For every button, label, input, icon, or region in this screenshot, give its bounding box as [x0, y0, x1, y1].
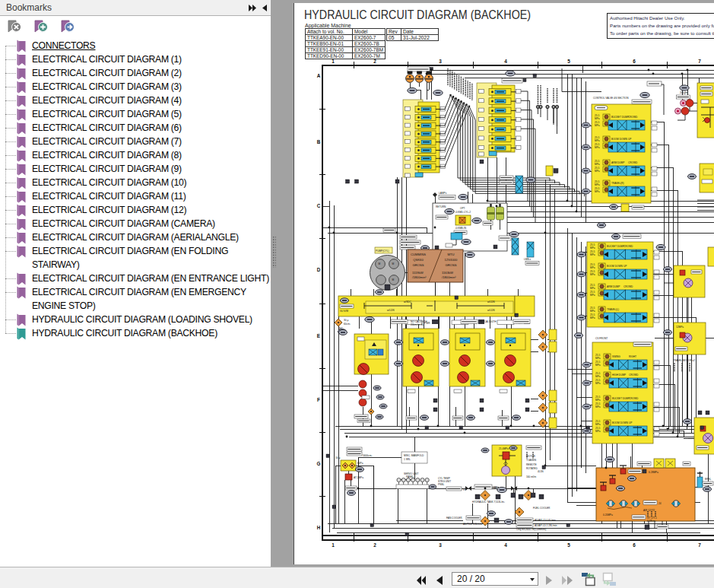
bookmark-label[interactable]: ELECTRICAL CIRCUIT DIAGRAM (AERIALANGLE): [32, 230, 239, 244]
bookmark-item[interactable]: ELECTRICAL CIRCUIT DIAGRAM (9): [0, 162, 271, 176]
bookmark-item[interactable]: CONNECTORS: [0, 39, 271, 52]
rev-header: Rev: [387, 29, 401, 35]
svg-text:BOOM DOWN: BOOM DOWN: [607, 265, 623, 268]
rev-table: RevDate0531-Jul-2022: [386, 28, 439, 41]
bookmark-item[interactable]: HYDRAULIC CIRCUIT DIAGRAM (LOADING SHOVE…: [0, 313, 271, 326]
bookmark-label[interactable]: ELECTRICAL CIRCUIT DIAGRAM (3): [32, 80, 182, 94]
previous-view-button[interactable]: [581, 572, 596, 588]
machine-table-row: TTKEA90-EN-00EX2600-7: [306, 35, 386, 41]
tree-dots: [5, 46, 16, 47]
bookmark-label[interactable]: ELECTRICAL CIRCUIT DIAGRAM (10): [32, 176, 186, 189]
svg-text:PNSL: PNSL: [438, 483, 445, 486]
bookmark-label[interactable]: CONNECTORS: [32, 39, 95, 52]
tree-dots: [5, 224, 16, 225]
bookmark-icon: [16, 313, 26, 326]
bookmark-item[interactable]: ELECTRICAL CIRCUIT DIAGRAM (EN ENTRANCE …: [0, 272, 271, 285]
bookmarks-panel-header: Bookmarks: [0, 0, 271, 16]
add-bookmark-icon[interactable]: [33, 20, 49, 35]
svg-text:LAMPx: LAMPx: [439, 192, 447, 195]
svg-text:BOOM DOWN: BOOM DOWN: [612, 421, 628, 424]
expand-options-icon[interactable]: [246, 2, 259, 14]
bookmark-label[interactable]: ELECTRICAL CIRCUIT DIAGRAM (7): [32, 135, 182, 148]
bookmark-item[interactable]: ELECTRICAL CIRCUIT DIAGRAM (EN FOLDING S…: [0, 244, 271, 272]
svg-text:RIGHT: RIGHT: [629, 355, 636, 358]
bookmark-label[interactable]: HYDRAULIC CIRCUIT DIAGRAM (LOADING SHOVE…: [32, 313, 252, 326]
svg-text:20kgfm: 20kgfm: [680, 91, 688, 94]
tree-dots: [5, 319, 16, 321]
bookmark-item[interactable]: ELECTRICAL CIRCUIT DIAGRAM (8): [0, 148, 271, 162]
bookmark-item[interactable]: ELECTRICAL CIRCUIT DIAGRAM (10): [0, 176, 271, 189]
svg-text:FAN COOLER: FAN COOLER: [446, 516, 462, 520]
bookmark-item[interactable]: ELECTRICAL CIRCUIT DIAGRAM (EN EMERGENCY…: [0, 285, 271, 313]
svg-text:A: A: [317, 73, 321, 78]
svg-text:1 SRL: 1 SRL: [404, 458, 411, 461]
svg-text:CUMMINS: CUMMINS: [411, 253, 426, 256]
last-page-button[interactable]: [561, 574, 573, 588]
bookmark-item[interactable]: ELECTRICAL CIRCUIT DIAGRAM (1): [0, 52, 271, 66]
svg-text:MPa: MPa: [590, 310, 595, 313]
hydraulic-tank-row: G C2 HYDRAULIC TANK 7,513L/m³: [446, 485, 544, 504]
next-page-button[interactable]: [545, 574, 552, 588]
svg-text:4: 4: [504, 59, 507, 64]
bookmark-label[interactable]: ELECTRICAL CIRCUIT DIAGRAM (EN EMERGENCY…: [32, 285, 271, 313]
splitter-grip-icon[interactable]: [272, 236, 276, 268]
svg-text:6: 6: [633, 59, 636, 64]
bookmark-label[interactable]: ELECTRICAL CIRCUIT DIAGRAM (EN FOLDING S…: [32, 244, 271, 272]
fuel-cooler: FUEL COOLER AD/AP-LD 0.6L/min AD/AP-LD 2…: [505, 493, 557, 531]
page-dropdown-caret-icon[interactable]: [530, 578, 535, 581]
svg-text:LMB-x: LMB-x: [524, 258, 532, 261]
bookmark-label[interactable]: ELECTRICAL CIRCUIT DIAGRAM (9): [32, 162, 182, 176]
page-number-combobox[interactable]: 20 / 20: [452, 572, 538, 586]
svg-text:G: G: [463, 488, 465, 491]
notice-line3: To order parts on the drawing, be sure t…: [610, 30, 714, 37]
previous-page-button[interactable]: [436, 574, 443, 588]
tree-dots: [5, 210, 16, 211]
bookmark-item[interactable]: ELECTRICAL CIRCUIT DIAGRAM (AERIALANGLE): [0, 230, 271, 244]
bookmark-item[interactable]: ELECTRICAL CIRCUIT DIAGRAM (3): [0, 80, 271, 94]
svg-text:PUMP(CYL): PUMP(CYL): [376, 250, 389, 253]
bookmark-label[interactable]: ELECTRICAL CIRCUIT DIAGRAM (8): [32, 148, 182, 162]
svg-text:CV-FRONT: CV-FRONT: [595, 337, 608, 340]
document-area: HYDRAULIC CIRCUIT DIAGRAM (BACKHOE) Appl…: [293, 0, 714, 567]
goto-bookmark-icon[interactable]: [60, 20, 75, 35]
bookmark-label[interactable]: ELECTRICAL CIRCUIT DIAGRAM (12): [32, 203, 186, 217]
bookmark-item[interactable]: ELECTRICAL CIRCUIT DIAGRAM (2): [0, 66, 271, 80]
panel-splitter[interactable]: [271, 0, 293, 567]
bookmark-item[interactable]: ELECTRICAL CIRCUIT DIAGRAM (5): [0, 107, 271, 121]
bookmark-label[interactable]: ELECTRICAL CIRCUIT DIAGRAM (1): [32, 52, 182, 66]
bookmark-item[interactable]: ELECTRICAL CIRCUIT DIAGRAM (12): [0, 203, 271, 217]
bookmark-label[interactable]: ELECTRICAL CIRCUIT DIAGRAM (5): [32, 107, 182, 121]
svg-text:TRAVEL(L): TRAVEL(L): [607, 308, 619, 311]
svg-text:AD/TILE 5.5L/min: AD/TILE 5.5L/min: [463, 523, 482, 526]
bookmark-item[interactable]: ELECTRICAL CIRCUIT DIAGRAM (11): [0, 189, 271, 203]
bookmark-label[interactable]: ELECTRICAL CIRCUIT DIAGRAM (6): [32, 121, 182, 135]
bookmark-label[interactable]: ELECTRICAL CIRCUIT DIAGRAM (CAMERA): [32, 217, 215, 230]
svg-text:HIGH DUMP: HIGH DUMP: [612, 373, 626, 377]
bookmarks-panel: Bookmarks: [0, 0, 271, 567]
page-number-value[interactable]: 20 / 20: [457, 574, 485, 584]
svg-text:AIR 12/7/2: AIR 12/7/2: [643, 509, 655, 512]
tree-dots: [5, 237, 16, 239]
bookmark-label[interactable]: ELECTRICAL CIRCUIT DIAGRAM (4): [32, 94, 182, 107]
first-page-button[interactable]: [417, 574, 427, 588]
bookmark-item[interactable]: ELECTRICAL CIRCUIT DIAGRAM (6): [0, 121, 271, 135]
bookmark-item[interactable]: ELECTRICAL CIRCUIT DIAGRAM (CAMERA): [0, 217, 271, 230]
svg-text:5600cm³: 5600cm³: [363, 454, 372, 457]
svg-text:MPa: MPa: [590, 253, 595, 256]
bookmark-label[interactable]: ELECTRICAL CIRCUIT DIAGRAM (2): [32, 66, 182, 80]
bookmark-label[interactable]: ELECTRICAL CIRCUIT DIAGRAM (EN ENTRANCE …: [32, 272, 269, 285]
svg-text:M/*: M/*: [339, 327, 344, 330]
next-view-button[interactable]: [601, 572, 617, 588]
delete-bookmark-icon[interactable]: [7, 20, 22, 35]
bookmark-label[interactable]: ELECTRICAL CIRCUIT DIAGRAM (11): [32, 189, 186, 203]
pump-group-4: PWR: [487, 319, 532, 420]
bookmark-item[interactable]: ELECTRICAL CIRCUIT DIAGRAM (4): [0, 94, 271, 107]
control-valve-lower: BUCKET DUMPCROWD25.5MPa25.5MPaBOOM DOWNU…: [577, 242, 659, 327]
svg-text:F: F: [317, 397, 320, 402]
svg-text:20km³/m-SL: 20km³/m-SL: [411, 323, 424, 326]
svg-text:MTU: MTU: [447, 253, 454, 256]
bookmark-label[interactable]: HYDRAULIC CIRCUIT DIAGRAM (BACKHOE): [32, 326, 217, 340]
mach-model-cell: EX2600-7BM: [353, 47, 386, 53]
bookmark-item[interactable]: HYDRAULIC CIRCUIT DIAGRAM (BACKHOE): [0, 326, 271, 340]
bookmark-item[interactable]: ELECTRICAL CIRCUIT DIAGRAM (7): [0, 135, 271, 148]
